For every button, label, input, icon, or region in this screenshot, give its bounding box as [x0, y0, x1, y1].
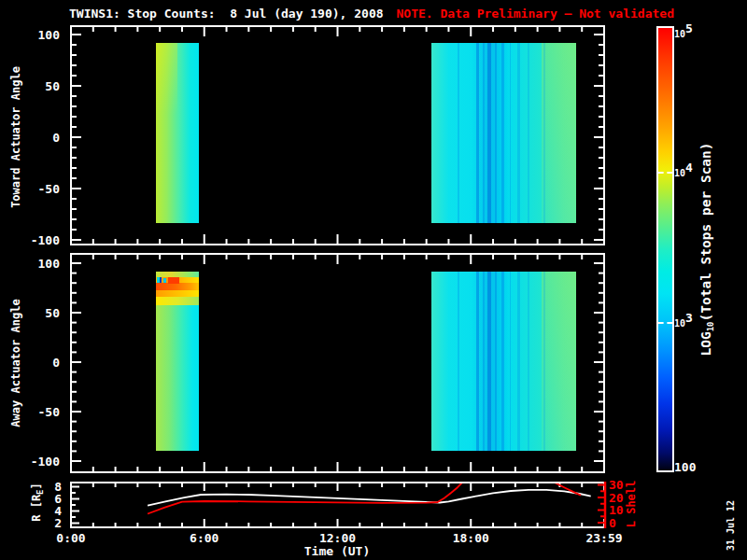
heatmap-hot-row: [156, 297, 199, 305]
heatmap-band-toward: [156, 43, 199, 224]
heatmap-striation: [510, 272, 512, 452]
heatmap-striation: [476, 272, 479, 452]
svg-text:2: 2: [54, 516, 62, 530]
colorbar-tick-labels: 105104103100: [674, 26, 740, 469]
l-shell-line: [148, 482, 463, 513]
svg-text:10: 10: [609, 503, 624, 517]
svg-text:50: 50: [45, 79, 60, 93]
heatmap-hot-row: [156, 290, 199, 297]
svg-text:30: 30: [609, 478, 624, 492]
heatmap-speck: [160, 277, 162, 283]
colorbar-label: 103: [674, 313, 693, 330]
plot-title-text: TWINS1: Stop Counts: 8 Jul (day 190), 20…: [69, 7, 384, 21]
svg-text:6:00: 6:00: [190, 531, 218, 545]
svg-text:-100: -100: [31, 455, 60, 469]
ephemeris-lines: [148, 482, 591, 513]
svg-text:0: 0: [609, 516, 616, 530]
bottom-panel-axes: 864230201000:006:0012:0018:0023:59: [54, 478, 624, 545]
heatmap-striation: [517, 43, 519, 224]
r-axis-label-post: ]: [30, 483, 43, 489]
twins-stop-counts-plot: TWINS1: Stop Counts: 8 Jul (day 190), 20…: [0, 0, 747, 560]
heatmap-overlay: [156, 43, 177, 224]
svg-text:-100: -100: [31, 233, 60, 247]
r-re-line: [148, 490, 591, 506]
svg-text:50: 50: [45, 306, 60, 320]
heatmap-hot-row: [156, 283, 199, 289]
heatmap-striation: [487, 43, 491, 224]
axes-ticks-and-lines: 100500-50-100100500-50-100864230201000:0…: [0, 0, 747, 560]
svg-text:-50: -50: [38, 182, 61, 196]
plot-title-warning: NOTE. Data Preliminary – Not validated: [397, 7, 674, 21]
heatmap-striation: [483, 272, 485, 452]
heatmap-striation: [495, 272, 497, 452]
svg-text:0: 0: [52, 131, 60, 145]
colorbar-tick: [658, 172, 672, 174]
svg-text:4: 4: [54, 504, 62, 518]
heatmap-striation: [543, 43, 545, 224]
svg-text:23:59: 23:59: [585, 531, 622, 545]
svg-text:0: 0: [52, 356, 60, 370]
r-axis-label-subscript: E: [35, 489, 45, 494]
heatmap-striation: [543, 272, 545, 452]
colorbar-label: 104: [674, 162, 693, 180]
heatmap-striation: [528, 272, 529, 452]
away-angle-axis-label: Away Actuator Angle: [9, 299, 22, 427]
heatmap-striation: [501, 43, 504, 224]
heatmap-band-toward: [431, 43, 576, 224]
heatmap-striation: [517, 272, 519, 452]
svg-text:8: 8: [54, 480, 62, 494]
colorbar-label: 100: [674, 457, 696, 475]
r-axis-label: R [RE]: [30, 483, 45, 522]
plot-datestamp: 31 Jul 12: [726, 500, 736, 551]
toward-angle-axis-label: Toward Actuator Angle: [9, 66, 22, 208]
svg-text:6: 6: [54, 492, 62, 506]
heatmap-speck: [168, 277, 179, 284]
colorbar-tick: [658, 322, 672, 324]
heatmap-striation: [510, 43, 512, 224]
svg-text:100: 100: [38, 257, 61, 271]
svg-text:18:00: 18:00: [453, 531, 489, 545]
heatmap-striation: [476, 43, 479, 224]
heatmap-band-away: [156, 272, 199, 452]
heatmap-striation: [458, 43, 459, 224]
heatmap-overlay: [542, 272, 576, 452]
heatmap-striation: [487, 272, 491, 452]
heatmap-striation: [501, 272, 504, 452]
heatmap-striation: [458, 272, 459, 452]
svg-text:0:00: 0:00: [56, 531, 85, 545]
svg-text:-50: -50: [38, 405, 61, 419]
heatmap-striation: [495, 43, 497, 224]
plot-title: TWINS1: Stop Counts: 8 Jul (day 190), 20…: [69, 7, 674, 21]
heatmap-striation: [483, 43, 485, 224]
heatmap-overlay: [542, 43, 576, 224]
heatmap-speck: [163, 278, 166, 283]
l-shell-line: [553, 482, 581, 496]
heatmap-band-away: [431, 272, 576, 452]
heatmap-striation: [528, 43, 529, 224]
time-axis-label: Time (UT): [267, 544, 407, 558]
svg-text:20: 20: [609, 491, 624, 505]
l-shell-axis-label: L Shell: [625, 481, 638, 528]
colorbar-label: 105: [674, 23, 693, 41]
colorbar-gradient: [658, 28, 672, 470]
svg-text:12:00: 12:00: [319, 531, 356, 545]
r-axis-label-pre: R [R: [30, 495, 43, 522]
colorbar: [656, 26, 674, 472]
svg-text:100: 100: [38, 28, 61, 42]
